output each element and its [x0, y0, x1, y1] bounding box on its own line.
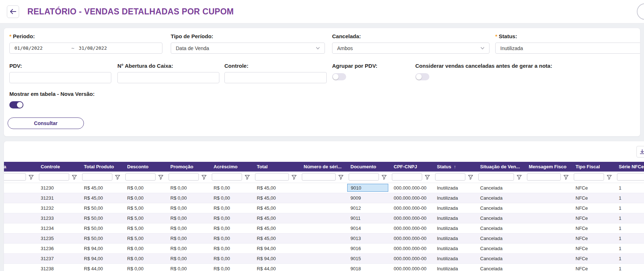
cell-acrescimo[interactable]: R$ 0,00: [209, 253, 252, 263]
filter-menu-button-acrescimo[interactable]: [244, 174, 250, 180]
cell-situacao_venda[interactable]: Cancelada: [476, 243, 524, 253]
cell-desconto[interactable]: R$ 5,00: [123, 233, 166, 243]
cell-promocao[interactable]: R$ 0,00: [166, 203, 209, 213]
cell-documento[interactable]: 9010: [346, 183, 389, 193]
cell-acrescimo[interactable]: R$ 0,00: [209, 223, 252, 233]
cell-documento[interactable]: 9018: [346, 263, 389, 271]
cell-numero_serie[interactable]: [299, 263, 346, 271]
cell-serie_nfce[interactable]: 1: [614, 233, 644, 243]
cancelada-select[interactable]: Ambos: [332, 43, 489, 54]
cell-abertura[interactable]: [4, 263, 36, 271]
cell-total[interactable]: R$ 45,00: [252, 213, 299, 223]
status-select[interactable]: Inutilizada: [495, 43, 640, 54]
cell-serie_nfce[interactable]: 1: [614, 183, 644, 193]
cell-total_produto[interactable]: R$ 94,00: [80, 243, 123, 253]
cell-promocao[interactable]: R$ 0,00: [166, 243, 209, 253]
cell-cpf_cnpj[interactable]: 000.000.000-00: [389, 253, 433, 263]
cell-status[interactable]: Inutilizada: [433, 263, 476, 271]
cell-serie_nfce[interactable]: 1: [614, 253, 644, 263]
column-filter-input-situacao_venda[interactable]: [478, 173, 514, 181]
cell-status[interactable]: Inutilizada: [433, 213, 476, 223]
column-filter-input-abertura[interactable]: [4, 173, 26, 181]
cell-acrescimo[interactable]: R$ 0,00: [209, 203, 252, 213]
cell-total_produto[interactable]: R$ 50,00: [80, 223, 123, 233]
column-filter-input-total[interactable]: [255, 173, 289, 181]
cell-desconto[interactable]: R$ 0,00: [123, 193, 166, 203]
column-header-tipo_fiscal[interactable]: Tipo Fiscal: [571, 162, 614, 172]
periodo-range-input[interactable]: 01/08/2022 ~ 31/08/2022: [9, 43, 162, 54]
cell-acrescimo[interactable]: R$ 0,00: [209, 213, 252, 223]
cell-controle[interactable]: 31234: [36, 223, 80, 233]
cell-status[interactable]: Inutilizada: [433, 223, 476, 233]
column-header-promocao[interactable]: Promoção: [166, 162, 209, 172]
cell-numero_serie[interactable]: [299, 253, 346, 263]
cell-total_produto[interactable]: R$ 50,00: [80, 203, 123, 213]
cell-cpf_cnpj[interactable]: 000.000.000-00: [389, 263, 433, 271]
cell-serie_nfce[interactable]: 1: [614, 263, 644, 271]
cell-controle[interactable]: 31236: [36, 243, 80, 253]
column-header-numero_serie[interactable]: Número de séri...: [299, 162, 346, 172]
avatar[interactable]: [637, 3, 644, 20]
cell-numero_serie[interactable]: [299, 183, 346, 193]
cell-serie_nfce[interactable]: 1: [614, 203, 644, 213]
filter-menu-button-documento[interactable]: [381, 174, 387, 180]
cell-mensagem_fisco[interactable]: [524, 233, 571, 243]
filter-menu-button-controle[interactable]: [71, 174, 77, 180]
cell-tipo_fiscal[interactable]: NFCe: [571, 263, 614, 271]
cell-status[interactable]: Inutilizada: [433, 193, 476, 203]
cell-total[interactable]: R$ 45,00: [252, 183, 299, 193]
cell-total[interactable]: R$ 45,00: [252, 203, 299, 213]
cell-promocao[interactable]: R$ 0,00: [166, 213, 209, 223]
cell-abertura[interactable]: [4, 243, 36, 253]
cell-numero_serie[interactable]: [299, 203, 346, 213]
cell-tipo_fiscal[interactable]: NFCe: [571, 213, 614, 223]
cell-documento[interactable]: 9014: [346, 223, 389, 233]
filter-menu-button-desconto[interactable]: [158, 174, 164, 180]
cell-total_produto[interactable]: R$ 94,00: [80, 253, 123, 263]
cell-abertura[interactable]: [4, 233, 36, 243]
cell-status[interactable]: Inutilizada: [433, 243, 476, 253]
cell-cpf_cnpj[interactable]: 000.000.000-00: [389, 193, 433, 203]
consultar-button[interactable]: Consultar: [8, 117, 84, 129]
cell-documento[interactable]: 9011: [346, 213, 389, 223]
cell-abertura[interactable]: [4, 253, 36, 263]
column-header-serie_nfce[interactable]: Série NFCe: [614, 162, 644, 172]
cell-controle[interactable]: 31233: [36, 213, 80, 223]
pdv-input[interactable]: [9, 72, 111, 83]
column-filter-input-total_produto[interactable]: [82, 173, 112, 181]
cell-mensagem_fisco[interactable]: [524, 243, 571, 253]
column-filter-input-promocao[interactable]: [169, 173, 199, 181]
cell-promocao[interactable]: R$ 0,00: [166, 183, 209, 193]
cell-total[interactable]: R$ 94,00: [252, 243, 299, 253]
column-header-situacao_venda[interactable]: Situação de Ven...: [476, 162, 524, 172]
cell-abertura[interactable]: [4, 203, 36, 213]
cell-abertura[interactable]: [4, 183, 36, 193]
cell-documento[interactable]: 9016: [346, 243, 389, 253]
cell-acrescimo[interactable]: R$ 0,00: [209, 183, 252, 193]
cell-abertura[interactable]: [4, 193, 36, 203]
cell-controle[interactable]: 31235: [36, 233, 80, 243]
column-header-controle[interactable]: Controle: [36, 162, 80, 172]
cell-status[interactable]: Inutilizada: [433, 203, 476, 213]
column-header-mensagem_fisco[interactable]: Mensagem Fisco: [524, 162, 571, 172]
filter-menu-button-cpf_cnpj[interactable]: [424, 174, 430, 180]
cell-acrescimo[interactable]: R$ 0,00: [209, 263, 252, 271]
filter-menu-button-numero_serie[interactable]: [338, 174, 344, 180]
cell-total_produto[interactable]: R$ 50,00: [80, 233, 123, 243]
cell-serie_nfce[interactable]: 1: [614, 243, 644, 253]
column-filter-input-tipo_fiscal[interactable]: [574, 173, 604, 181]
column-filter-input-desconto[interactable]: [125, 173, 156, 181]
cell-situacao_venda[interactable]: Cancelada: [476, 233, 524, 243]
cell-desconto[interactable]: R$ 0,00: [123, 263, 166, 271]
cell-mensagem_fisco[interactable]: [524, 223, 571, 233]
cell-documento[interactable]: 9009: [346, 193, 389, 203]
tipo-periodo-select[interactable]: Data de Venda: [171, 43, 325, 54]
cell-desconto[interactable]: R$ 5,00: [123, 213, 166, 223]
cell-total_produto[interactable]: R$ 45,00: [80, 193, 123, 203]
cell-promocao[interactable]: R$ 0,00: [166, 223, 209, 233]
filter-menu-button-abertura[interactable]: [28, 174, 34, 180]
cell-controle[interactable]: 31232: [36, 203, 80, 213]
cell-numero_serie[interactable]: [299, 213, 346, 223]
periodo-from[interactable]: 01/08/2022: [14, 45, 71, 51]
column-filter-input-status[interactable]: [435, 173, 465, 181]
